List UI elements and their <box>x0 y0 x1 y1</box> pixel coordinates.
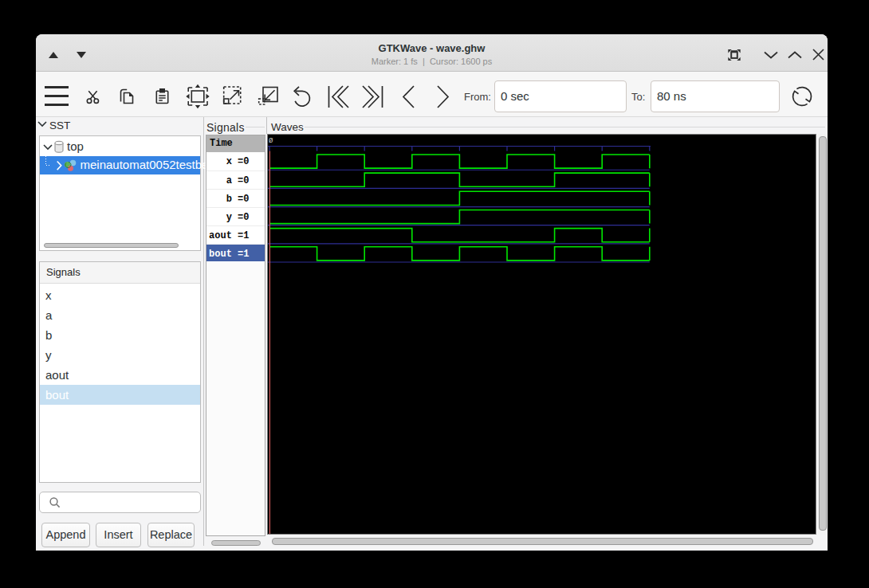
svg-text:Ø: Ø <box>269 137 273 145</box>
